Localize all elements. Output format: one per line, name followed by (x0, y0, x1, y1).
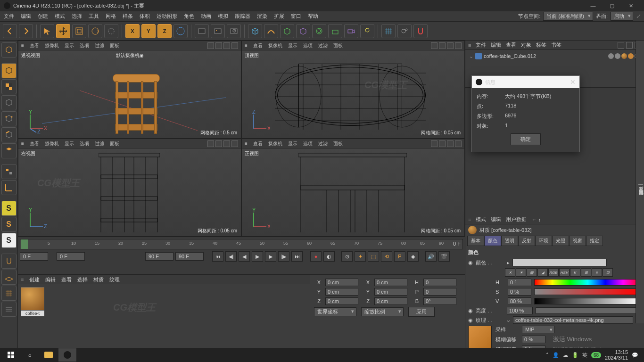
viewport-right[interactable]: ≡ 查看 摄像机 显示 选项 过滤 面板 右视图 (18, 139, 241, 237)
tray-up-icon[interactable]: ˄ (546, 352, 549, 358)
objmgr-icon[interactable] (626, 42, 633, 49)
mat-menu-edit[interactable]: 编辑 (45, 276, 56, 283)
texture-preview[interactable] (468, 326, 492, 349)
picker-hex[interactable]: # (592, 268, 602, 277)
bluroff-field[interactable]: 0 % (522, 336, 545, 343)
brightness-slider[interactable] (536, 307, 641, 314)
scale-tool[interactable] (72, 24, 86, 38)
vp-menu-panel[interactable]: 面板 (110, 42, 119, 49)
menu-tracker[interactable]: 跟踪器 (235, 13, 250, 20)
menu-tools[interactable]: 工具 (89, 13, 99, 20)
picker-icon[interactable]: ⊡ (603, 268, 613, 277)
menu-spline[interactable]: 样条 (123, 13, 133, 20)
move-tool[interactable] (56, 24, 70, 38)
vp-nav-icon[interactable] (215, 140, 222, 147)
vp-menu-display[interactable]: 显示 (65, 140, 74, 147)
menu-animate[interactable]: 动画 (201, 13, 211, 20)
s-field[interactable]: 0 % (508, 288, 531, 296)
mat-menu-texture[interactable]: 纹理 (109, 276, 120, 283)
vp-menu-options[interactable]: 选项 (80, 140, 89, 147)
add-light-button[interactable] (360, 24, 374, 38)
c4d-taskbar-icon[interactable] (58, 348, 76, 362)
color-expand-icon[interactable]: ▸ (507, 260, 510, 266)
last-tool[interactable] (104, 24, 118, 38)
objmgr-menu-bookmark[interactable]: 书签 (551, 41, 561, 49)
prev-frame-button[interactable]: ◀ (239, 251, 250, 262)
camera-button[interactable] (397, 24, 412, 38)
picker-icon[interactable]: ⊞ (581, 268, 591, 277)
viewport-front[interactable]: ≡ 查看 摄像机 显示 选项 过滤 面板 正视图 (241, 139, 465, 237)
solo-off-button[interactable]: S (1, 233, 17, 248)
keyframe-sel-button[interactable]: ⊙ (341, 251, 353, 262)
polygon-mode-button[interactable] (1, 143, 17, 158)
dialog-close-button[interactable]: ✕ (570, 78, 576, 86)
menu-simulate[interactable]: 模拟 (218, 13, 228, 20)
autokey-button[interactable]: ◐ (323, 251, 335, 262)
project-end-field[interactable]: 90 F (175, 252, 204, 261)
layout-reset-icon[interactable]: ⤢ (636, 13, 640, 19)
material-thumbnail[interactable] (21, 287, 44, 311)
vp-nav-icon[interactable] (231, 140, 238, 147)
rot-p-field[interactable]: 0 (423, 288, 456, 296)
menu-window[interactable]: 窗口 (291, 13, 301, 20)
menu-mode[interactable]: 模式 (55, 13, 65, 20)
objmgr-icon[interactable] (618, 42, 624, 49)
pos-x-field[interactable]: 0 cm (325, 279, 358, 286)
menu-create[interactable]: 创建 (38, 13, 48, 20)
layout-dropdown[interactable]: 启动 (611, 12, 633, 21)
dialog-ok-button[interactable]: 确定 (511, 133, 541, 145)
snap-button[interactable] (1, 254, 17, 269)
vp-menu-view[interactable]: 查看 (253, 140, 263, 147)
picker-hsv[interactable]: HSV (559, 268, 570, 277)
attr-menu-mode[interactable]: 模式 (476, 216, 486, 223)
add-deformer-button[interactable] (296, 24, 310, 38)
texture-dropdown-icon[interactable]: ⌵ (507, 317, 510, 323)
tab-illumination[interactable]: 光照 (552, 236, 569, 246)
key-rot-button[interactable]: ⟲ (381, 251, 392, 262)
vp-nav-icon[interactable] (215, 42, 222, 49)
vp-menu-camera[interactable]: 摄像机 (268, 140, 282, 147)
attr-fwd-icon[interactable]: ↑ (538, 217, 541, 222)
tweak-button[interactable] (1, 164, 17, 179)
pos-z-field[interactable]: 0 cm (325, 297, 358, 305)
picker-k[interactable]: K (570, 268, 580, 277)
prev-key-button[interactable]: ◀| (225, 251, 237, 262)
render-settings-button[interactable]: ⚙ (227, 24, 241, 38)
rot-b-field[interactable]: 0° (423, 297, 456, 305)
key-pos-button[interactable]: ✦ (355, 251, 366, 262)
viewport-solo-button[interactable]: S (1, 201, 17, 216)
object-item[interactable]: ⌄ coffee-table_Cube.012 (468, 52, 641, 60)
vp-menu-display[interactable]: 显示 (288, 42, 297, 49)
attr-menu-edit[interactable]: 编辑 (491, 216, 501, 223)
attr-menu-userdata[interactable]: 用户数据 (506, 216, 527, 223)
vp-menu-panel[interactable]: 面板 (333, 140, 343, 147)
add-generator-button[interactable] (280, 24, 294, 38)
coord-system-dropdown[interactable]: 世界坐标 (314, 307, 356, 316)
object-name[interactable]: coffee-table_Cube.012 (484, 53, 536, 59)
key-param-button[interactable]: P (394, 251, 405, 262)
vp-nav-icon[interactable] (231, 42, 238, 49)
tab-transparency[interactable]: 透明 (501, 236, 518, 246)
texture-mode-button[interactable] (1, 79, 17, 94)
size-x-field[interactable]: 0 cm (374, 279, 407, 286)
add-camera-button[interactable] (344, 24, 358, 38)
vp-menu-camera[interactable]: 摄像机 (45, 140, 59, 147)
goto-end-button[interactable]: ⏭ (291, 251, 303, 262)
next-frame-button[interactable]: ▶ (265, 251, 276, 262)
range-end-field[interactable]: 90 F (145, 252, 173, 261)
grid-snap-button[interactable] (1, 286, 17, 301)
vp-menu-camera[interactable]: 摄像机 (268, 42, 282, 49)
vp-menu-panel[interactable]: 面板 (110, 140, 119, 147)
vp-menu-view[interactable]: 查看 (30, 140, 39, 147)
vp-menu-view[interactable]: 查看 (30, 42, 39, 49)
vp-nav-icon[interactable] (455, 140, 462, 147)
axis-button[interactable] (1, 180, 17, 195)
objmgr-menu-tags[interactable]: 标签 (536, 41, 546, 49)
vp-nav-icon[interactable] (439, 140, 446, 147)
attr-grip[interactable]: ≡ (468, 217, 471, 222)
attr-back-icon[interactable]: ← (531, 217, 537, 222)
add-spline-button[interactable] (264, 24, 278, 38)
maximize-button[interactable]: ▢ (603, 0, 621, 11)
tab-reflection[interactable]: 反射 (518, 236, 535, 246)
v-field[interactable]: 80 % (508, 297, 531, 305)
